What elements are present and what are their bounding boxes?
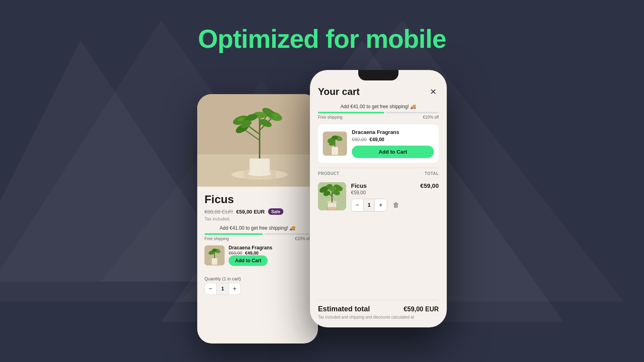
close-icon: ✕: [430, 87, 437, 97]
quantity-plus-button[interactable]: +: [229, 283, 240, 294]
cart-quantity-value: 1: [363, 199, 375, 211]
upsell-original-price: €60,00: [229, 251, 242, 255]
product-details: Ficus €80,00 EUR €59,00 EUR Sale Tax inc…: [197, 187, 318, 272]
cart-quantity-stepper: − 1 +: [351, 199, 387, 212]
cart-progress-labels: Free shipping €10% off: [318, 115, 439, 119]
progress-bar: [204, 233, 311, 235]
cart-shipping-banner: Add €41.00 to get free shipping! 🚚: [318, 104, 439, 109]
progress-empty: [264, 233, 311, 235]
phones-container: Ficus €80,00 EUR €59,00 EUR Sale Tax inc…: [0, 70, 644, 343]
svg-rect-34: [332, 147, 338, 155]
upsell-prices: €60,00 €49,00: [229, 251, 311, 255]
add-to-cart-button-right[interactable]: Add to Cart: [352, 146, 434, 158]
delete-item-button[interactable]: 🗑: [390, 200, 402, 211]
free-shipping-label: Free shipping: [204, 237, 229, 241]
sale-price: €59,00 EUR: [236, 209, 265, 215]
cart-item-thumbnail: [318, 182, 346, 210]
cart-upsell-info: Dracaena Fragrans €60,00 €49,00 Add to C…: [352, 129, 434, 158]
upsell-item: Dracaena Fragrans €60,00 €49,00 Add to C…: [204, 245, 311, 266]
original-price: €80,00 EUR: [204, 209, 233, 215]
product-column-header: PRODUCT: [318, 171, 339, 176]
tax-note: Tax included.: [204, 216, 311, 221]
total-column-header: TOTAL: [425, 171, 439, 176]
right-phone: Your cart ✕ Add €41.00 to get free shipp…: [310, 70, 447, 327]
cart-upsell-original-price: €60,00: [352, 137, 367, 142]
cart-header: Your cart ✕: [318, 86, 439, 97]
cart-upsell-thumb: [323, 132, 347, 156]
sale-badge: Sale: [268, 208, 284, 215]
upsell-info: Dracaena Fragrans €60,00 €49,00 Add to C…: [229, 245, 311, 266]
svg-point-32: [212, 249, 217, 252]
svg-rect-7: [197, 94, 318, 154]
svg-point-38: [332, 136, 338, 140]
add-to-cart-button-left[interactable]: Add to Cart: [229, 255, 268, 266]
svg-rect-28: [212, 258, 217, 265]
estimated-total-label: Estimated total: [318, 305, 370, 313]
upsell-name: Dracaena Fragrans: [229, 245, 311, 251]
cart-quantity-plus-button[interactable]: +: [375, 199, 387, 211]
upsell-sale-price: €49,00: [245, 251, 259, 255]
left-phone: Ficus €80,00 EUR €59,00 EUR Sale Tax inc…: [197, 94, 318, 343]
close-cart-button[interactable]: ✕: [427, 86, 439, 97]
cart-discount-label: €10% off: [423, 115, 439, 119]
cart-item-price: €59,00: [351, 190, 415, 195]
price-row: €80,00 EUR €59,00 EUR Sale: [204, 208, 311, 215]
svg-rect-11: [250, 158, 270, 175]
upsell-thumb: [204, 245, 225, 265]
cart-upsell-card: Dracaena Fragrans €60,00 €49,00 Add to C…: [318, 124, 439, 163]
shipping-banner: Add €41.00 to get free shipping! 🚚: [204, 225, 311, 231]
trash-icon: 🗑: [393, 202, 399, 209]
cart-item-name: Ficus: [351, 182, 415, 189]
cart-qty-row: − 1 + 🗑: [351, 199, 415, 212]
quantity-minus-button[interactable]: −: [205, 283, 216, 294]
progress-labels: Free shipping €10% off: [204, 237, 311, 241]
quantity-stepper: − 1 +: [204, 283, 241, 295]
cart-title: Your cart: [318, 86, 360, 97]
cart-item: Ficus €59,00 − 1 + 🗑 €59,00: [318, 178, 439, 216]
discount-label: €10% off: [295, 237, 311, 241]
cart-table-header: PRODUCT TOTAL: [318, 168, 439, 178]
cart-item-total: €59,00: [420, 182, 439, 189]
quantity-value: 1: [216, 283, 229, 294]
cart-footer: Estimated total €59,00 EUR Tax included …: [318, 300, 439, 319]
cart-upsell-prices: €60,00 €49,00: [352, 137, 434, 142]
cart-progress-bar: [318, 112, 439, 113]
cart-free-shipping-label: Free shipping: [318, 115, 343, 119]
cart-progress-empty: [386, 112, 439, 113]
cart-upsell-sale-price: €49,00: [369, 137, 384, 142]
cart-progress-filled: [318, 112, 384, 113]
page-title: Optimized for mobile: [198, 24, 446, 54]
product-image: [197, 94, 318, 187]
estimated-total-note: Tax included and shipping and discounts …: [318, 315, 439, 319]
product-name: Ficus: [204, 193, 311, 206]
quantity-label: Quantity (1 in cart): [204, 276, 311, 281]
cart-item-details: Ficus €59,00 − 1 + 🗑: [351, 182, 415, 212]
progress-filled: [204, 233, 263, 235]
cart-content: Your cart ✕ Add €41.00 to get free shipp…: [310, 70, 447, 327]
quantity-section: Quantity (1 in cart) − 1 +: [197, 272, 318, 295]
phone-notch: [358, 70, 398, 80]
estimated-total-row: Estimated total €59,00 EUR: [318, 305, 439, 313]
cart-quantity-minus-button[interactable]: −: [351, 199, 363, 211]
estimated-total-value: €59,00 EUR: [404, 306, 439, 313]
cart-upsell-name: Dracaena Fragrans: [352, 129, 434, 135]
